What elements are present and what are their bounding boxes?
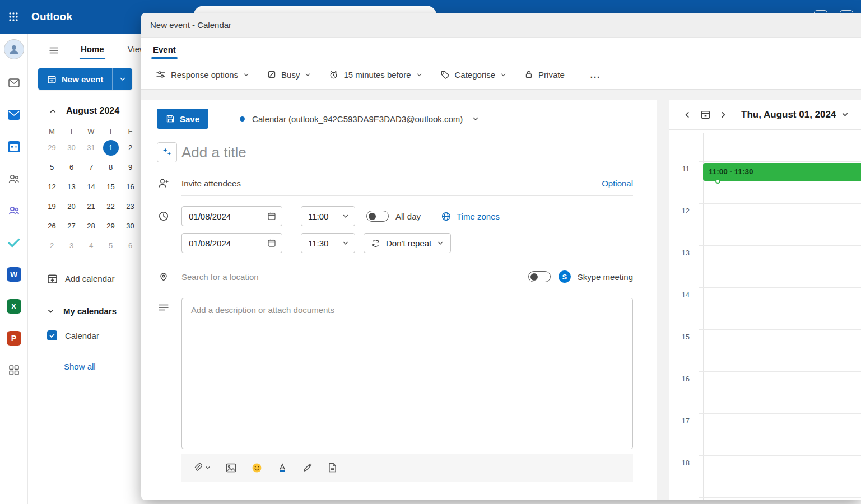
mini-calendar-day[interactable]: 29: [101, 216, 120, 236]
show-as-button[interactable]: Busy: [260, 65, 318, 84]
mini-calendar-day[interactable]: 4: [81, 236, 101, 255]
chevron-down-icon: [342, 240, 349, 246]
description-input[interactable]: [181, 298, 633, 449]
description-icon: [157, 304, 170, 312]
day-time-grid[interactable]: 11:00 - 11:30 111213141516171819: [669, 133, 861, 500]
mini-calendar-day[interactable]: 2: [42, 236, 62, 255]
excel-tile: X: [7, 299, 21, 314]
mini-calendar-day[interactable]: 7: [81, 157, 101, 177]
mini-calendar-day[interactable]: 20: [62, 197, 81, 216]
emoji-button[interactable]: [252, 463, 262, 473]
time-gutter-divider: [703, 133, 704, 500]
mini-calendar-title[interactable]: August 2024: [66, 106, 119, 116]
mini-calendar-day[interactable]: 5: [42, 157, 62, 177]
show-all-link[interactable]: Show all: [64, 362, 96, 371]
mini-calendar-day[interactable]: 3: [62, 236, 81, 255]
font-color-button[interactable]: [277, 463, 287, 473]
calendar-event-label: 11:00 - 11:30: [709, 167, 753, 176]
mini-calendar-day[interactable]: 23: [120, 197, 140, 216]
excel-icon[interactable]: X: [3, 295, 25, 318]
mini-calendar-day[interactable]: 13: [62, 177, 81, 197]
mini-calendar-day[interactable]: 21: [81, 197, 101, 216]
save-button[interactable]: Save: [157, 109, 208, 129]
categorise-button[interactable]: Categorise: [434, 65, 514, 84]
calendar-checkbox[interactable]: [47, 330, 57, 340]
optional-button[interactable]: Optional: [602, 179, 633, 188]
repeat-dropdown[interactable]: Don't repeat: [364, 233, 451, 253]
mini-calendar-day[interactable]: 5: [101, 236, 120, 255]
mini-calendar-day[interactable]: 14: [81, 177, 101, 197]
mini-calendar-day[interactable]: 30: [62, 138, 81, 157]
insert-document-button[interactable]: [328, 463, 337, 473]
outlook-mail-icon[interactable]: [3, 104, 25, 126]
powerpoint-icon[interactable]: P: [3, 327, 25, 349]
mini-calendar-day[interactable]: 26: [42, 216, 62, 236]
response-options-button[interactable]: Response options: [149, 65, 256, 84]
date-picker-icon[interactable]: [267, 239, 276, 248]
new-event-button[interactable]: New event: [38, 68, 112, 90]
mini-calendar-day[interactable]: 6: [62, 157, 81, 177]
people-icon[interactable]: [3, 167, 25, 190]
event-emoji-picker[interactable]: [157, 142, 177, 162]
calendar-selector[interactable]: Calendar (outlook_942C593DA9E3DAD3@outlo…: [240, 114, 479, 124]
go-to-today-button[interactable]: [699, 108, 712, 122]
hour-label: 18: [669, 459, 690, 467]
categorise-icon: [440, 70, 450, 80]
mini-calendar-day[interactable]: 6: [120, 236, 140, 255]
draw-button[interactable]: [302, 463, 313, 473]
reminder-button[interactable]: 15 minutes before: [322, 65, 429, 84]
end-date-input[interactable]: 01/08/2024: [181, 233, 282, 253]
date-picker-button[interactable]: Thu, August 01, 2024: [741, 109, 849, 120]
mini-calendar-day[interactable]: 8: [101, 157, 120, 177]
more-apps-icon[interactable]: [3, 359, 25, 381]
mini-calendar-day[interactable]: 28: [81, 216, 101, 236]
mini-calendar-day[interactable]: 31: [81, 138, 101, 157]
profile-avatar[interactable]: [4, 39, 24, 59]
location-input[interactable]: [181, 272, 528, 282]
calendar-app-icon[interactable]: [3, 136, 25, 158]
skype-meeting-toggle[interactable]: [528, 271, 551, 282]
mini-calendar-day[interactable]: 19: [42, 197, 62, 216]
mini-calendar-day[interactable]: 15: [101, 177, 120, 197]
start-time-input[interactable]: 11:00: [301, 206, 355, 226]
event-resize-handle[interactable]: [715, 179, 720, 184]
start-date-input[interactable]: 01/08/2024: [181, 206, 282, 226]
mini-calendar-day[interactable]: 29: [42, 138, 62, 157]
calendar-event[interactable]: 11:00 - 11:30: [703, 163, 861, 181]
day-view-header: Thu, August 01, 2024: [669, 100, 861, 130]
private-button[interactable]: Private: [518, 65, 571, 84]
mini-calendar-day[interactable]: 9: [120, 157, 140, 177]
tab-home[interactable]: Home: [80, 42, 105, 59]
insert-image-button[interactable]: [226, 463, 236, 473]
powerpoint-tile: P: [7, 331, 21, 346]
previous-day-button[interactable]: [681, 108, 694, 122]
word-icon[interactable]: W: [3, 263, 25, 286]
chevron-down-icon: [243, 72, 249, 78]
invite-attendees-field[interactable]: Invite attendees: [181, 179, 602, 188]
new-event-dropdown[interactable]: [112, 68, 132, 90]
mini-calendar-day[interactable]: 30: [120, 216, 140, 236]
mail-icon[interactable]: [3, 72, 25, 94]
app-launcher-icon[interactable]: [0, 0, 27, 34]
date-picker-icon[interactable]: [267, 212, 276, 221]
mini-calendar-day[interactable]: 27: [62, 216, 81, 236]
all-day-toggle[interactable]: [366, 211, 389, 222]
end-time-input[interactable]: 11:30: [301, 233, 355, 253]
reminder-icon: [329, 70, 338, 80]
next-day-button[interactable]: [716, 108, 730, 122]
event-title-input[interactable]: [181, 144, 633, 161]
time-zones-button[interactable]: Time zones: [441, 211, 500, 222]
mini-calendar-day[interactable]: 12: [42, 177, 62, 197]
mini-calendar-day[interactable]: 22: [101, 197, 120, 216]
mini-calendar-day[interactable]: 1: [101, 138, 120, 157]
attach-button[interactable]: [193, 463, 211, 473]
mini-calendar-collapse[interactable]: [47, 105, 58, 116]
mini-calendar-day[interactable]: 16: [120, 177, 140, 197]
tab-event[interactable]: Event: [151, 45, 178, 60]
more-options-button[interactable]: ...: [584, 65, 608, 84]
dialog-titlebar[interactable]: New event - Calendar: [141, 13, 861, 38]
mini-calendar-day[interactable]: 2: [120, 138, 140, 157]
todo-icon[interactable]: [3, 231, 25, 254]
hamburger-icon[interactable]: [47, 44, 60, 57]
groups-icon[interactable]: [3, 199, 25, 222]
